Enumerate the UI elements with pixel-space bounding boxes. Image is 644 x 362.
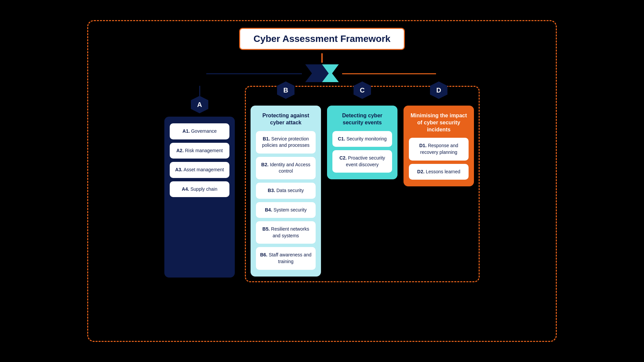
chevron-left-line: [206, 73, 302, 74]
chevron-area: [302, 63, 342, 84]
card-b5: B5. Resilient networks and systems: [256, 221, 316, 244]
title-connector-line: [321, 53, 323, 63]
card-c1: C1. Security monitoring: [332, 131, 392, 147]
column-a-wrapper: A A1. Governance A2. Risk management A3.…: [164, 86, 235, 278]
card-a3: A3. Asset management: [170, 162, 229, 178]
chevron-right-line: [342, 73, 436, 74]
title-box: Cyber Assessment Framework: [239, 28, 405, 50]
badge-b: B: [277, 81, 294, 99]
card-a1: A1. Governance: [170, 123, 229, 139]
card-d1: D1. Response and recovery planning: [409, 138, 469, 160]
card-b1: B1. Service protection policies and proc…: [256, 131, 316, 154]
column-d-wrapper: D Minimising the impact of cyber securit…: [404, 92, 474, 277]
column-d: Minimising the impact of cyber security …: [404, 106, 474, 186]
chevron-icon: [302, 63, 342, 84]
main-frame: Cyber Assessment Framework A A1. Governa…: [87, 20, 557, 342]
card-b4: B4. System security: [256, 202, 316, 218]
col-a-top-line: [199, 86, 200, 96]
badge-d: D: [430, 81, 447, 99]
col-b-header: Protecting against cyber attack: [256, 112, 316, 126]
card-b2: B2. Identity and Access control: [256, 157, 316, 179]
column-b-wrapper: B Protecting against cyber attack B1. Se…: [251, 92, 321, 277]
column-c-wrapper: C Detecting cyber security events C1. Se…: [327, 92, 397, 277]
card-b6: B6. Staff awareness and training: [256, 247, 316, 269]
card-c2: C2. Proactive security event discovery: [332, 150, 392, 173]
bcd-group: B Protecting against cyber attack B1. Se…: [245, 86, 480, 282]
badge-a: A: [191, 96, 208, 113]
column-c: Detecting cyber security events C1. Secu…: [327, 106, 397, 179]
page-title: Cyber Assessment Framework: [254, 34, 390, 44]
col-c-header: Detecting cyber security events: [332, 112, 392, 126]
card-a4: A4. Supply chain: [170, 181, 229, 197]
column-b: Protecting against cyber attack B1. Serv…: [251, 106, 321, 277]
card-a2: A2. Risk management: [170, 143, 229, 159]
card-d2: D2. Lessons learned: [409, 164, 469, 180]
col-d-header: Minimising the impact of cyber security …: [409, 112, 469, 133]
columns-area: A A1. Governance A2. Risk management A3.…: [102, 86, 542, 282]
badge-c: C: [354, 81, 371, 99]
card-b3: B3. Data security: [256, 183, 316, 199]
column-a: A1. Governance A2. Risk management A3. A…: [164, 117, 235, 278]
